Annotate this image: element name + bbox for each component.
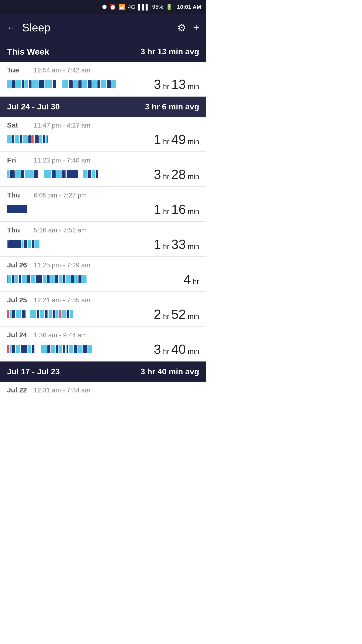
svg-rect-25 bbox=[23, 135, 28, 143]
svg-rect-107 bbox=[51, 345, 55, 353]
svg-rect-87 bbox=[45, 310, 47, 318]
entry-time-range: 5:26 am - 7:52 am bbox=[34, 226, 87, 234]
svg-rect-4 bbox=[24, 80, 28, 88]
svg-rect-111 bbox=[66, 345, 67, 353]
entry-time-range: 11:47 pm - 4:27 am bbox=[34, 122, 90, 129]
svg-rect-77 bbox=[82, 275, 86, 283]
page-title: Sleep bbox=[22, 21, 177, 34]
svg-rect-17 bbox=[97, 80, 100, 88]
svg-rect-29 bbox=[35, 135, 39, 143]
sleep-bar bbox=[7, 133, 139, 146]
entry-day: Jul 26 bbox=[7, 261, 30, 269]
status-bar: ⬢ ⏰ 📶 4G ▌▌▌ 95% 🔋 10:01 AM bbox=[0, 0, 206, 14]
sleep-bar bbox=[7, 238, 139, 251]
svg-rect-89 bbox=[49, 310, 52, 318]
back-button[interactable]: ← bbox=[7, 22, 16, 33]
settings-button[interactable]: ⚙ bbox=[177, 22, 186, 33]
svg-rect-18 bbox=[101, 80, 106, 88]
svg-rect-84 bbox=[30, 310, 36, 318]
week2-header: Jul 17 - Jul 23 3 hr 40 min avg bbox=[0, 361, 206, 382]
svg-rect-110 bbox=[63, 345, 65, 353]
svg-rect-103 bbox=[28, 345, 31, 353]
svg-rect-5 bbox=[29, 80, 31, 88]
svg-rect-58 bbox=[7, 275, 8, 283]
svg-rect-31 bbox=[43, 135, 45, 143]
svg-rect-45 bbox=[67, 170, 78, 178]
lte-icon: 4G bbox=[128, 4, 135, 10]
svg-rect-1 bbox=[12, 80, 16, 88]
svg-rect-99 bbox=[10, 345, 12, 353]
this-week-label: This Week bbox=[7, 47, 49, 57]
entry-time-range: 12:21 am - 7:55 am bbox=[34, 296, 90, 304]
svg-rect-49 bbox=[96, 170, 98, 178]
week1-header: Jul 24 - Jul 30 3 hr 6 min avg bbox=[0, 97, 206, 117]
svg-rect-114 bbox=[74, 345, 77, 353]
sleep-duration: 1 hr 49 min bbox=[144, 132, 199, 147]
svg-rect-92 bbox=[59, 310, 60, 318]
svg-rect-0 bbox=[7, 80, 12, 88]
signal-icon: ▌▌▌ bbox=[138, 4, 150, 10]
sleep-bar bbox=[7, 203, 139, 216]
svg-rect-26 bbox=[28, 135, 32, 143]
sleep-entry-sat[interactable]: Sat 11:47 pm - 4:27 am 1 hr 49 min bbox=[0, 117, 206, 152]
svg-rect-34 bbox=[7, 170, 10, 178]
svg-rect-28 bbox=[33, 135, 34, 143]
sleep-duration: 2 hr 52 min bbox=[144, 307, 199, 322]
sleep-entry-jul24[interactable]: Jul 24 1:36 am - 9:44 am bbox=[0, 327, 206, 361]
svg-rect-15 bbox=[88, 80, 92, 88]
svg-rect-104 bbox=[32, 345, 34, 353]
wifi-icon: 📶 bbox=[119, 4, 125, 10]
svg-rect-44 bbox=[65, 170, 66, 178]
svg-rect-24 bbox=[20, 135, 22, 143]
sleep-entry-jul25[interactable]: Jul 25 12:21 am - 7:55 am bbox=[0, 292, 206, 327]
svg-rect-88 bbox=[47, 310, 48, 318]
sleep-duration: 1 hr 33 min bbox=[144, 237, 199, 252]
entry-day: Jul 24 bbox=[7, 331, 30, 339]
svg-rect-46 bbox=[83, 170, 87, 178]
sleep-entry-jul22[interactable]: Jul 22 12:31 am - 7:34 am bbox=[0, 382, 206, 414]
svg-rect-66 bbox=[36, 275, 42, 283]
sleep-entry-thu2[interactable]: Thu 5:26 am - 7:52 am 1 hr 33 min bbox=[0, 222, 206, 257]
svg-rect-68 bbox=[47, 275, 50, 283]
sleep-entry-fri[interactable]: Fri 11:23 pm - 7:40 am bbox=[0, 152, 206, 187]
sleep-duration: 3 hr 28 min bbox=[144, 167, 199, 182]
entry-time-range: 11:25 pm - 7:29 am bbox=[34, 261, 90, 269]
add-button[interactable]: + bbox=[193, 22, 199, 33]
sleep-duration: 4 hr bbox=[144, 272, 199, 287]
svg-rect-67 bbox=[43, 275, 47, 283]
svg-rect-8 bbox=[44, 80, 52, 88]
sleep-bar bbox=[7, 397, 139, 409]
bluetooth-icon: ⬢ bbox=[102, 4, 107, 10]
svg-rect-16 bbox=[92, 80, 97, 88]
svg-rect-72 bbox=[63, 275, 65, 283]
svg-rect-91 bbox=[55, 310, 58, 318]
svg-rect-79 bbox=[8, 310, 9, 318]
svg-rect-112 bbox=[67, 345, 68, 353]
svg-rect-30 bbox=[39, 135, 42, 143]
svg-rect-109 bbox=[59, 345, 62, 353]
svg-rect-35 bbox=[10, 170, 15, 178]
sleep-entry-jul26[interactable]: Jul 26 11:25 pm - 7:29 am bbox=[0, 257, 206, 292]
sleep-duration: 3 hr 40 min bbox=[144, 342, 199, 357]
sleep-bar bbox=[7, 168, 139, 181]
svg-rect-80 bbox=[10, 310, 12, 318]
header-actions: ⚙ + bbox=[177, 22, 199, 33]
svg-rect-48 bbox=[92, 170, 96, 178]
svg-rect-13 bbox=[78, 80, 82, 88]
sleep-entry-thu1[interactable]: Thu 6:05 pm - 7:27 pm 1 hr 16 min bbox=[0, 187, 206, 222]
svg-rect-11 bbox=[69, 80, 73, 88]
sleep-entry-tue[interactable]: Tue 12:54 am - 7:42 am bbox=[0, 62, 206, 97]
sleep-bar bbox=[7, 273, 139, 286]
svg-rect-101 bbox=[16, 345, 20, 353]
sleep-bar bbox=[7, 343, 139, 355]
svg-rect-23 bbox=[15, 135, 19, 143]
svg-rect-42 bbox=[56, 170, 62, 178]
svg-rect-75 bbox=[74, 275, 78, 283]
svg-rect-32 bbox=[46, 135, 47, 143]
week1-label: Jul 24 - Jul 30 bbox=[7, 102, 60, 111]
svg-rect-61 bbox=[14, 275, 18, 283]
svg-rect-47 bbox=[88, 170, 91, 178]
svg-rect-93 bbox=[60, 310, 61, 318]
svg-rect-106 bbox=[47, 345, 50, 353]
svg-rect-62 bbox=[19, 275, 21, 283]
